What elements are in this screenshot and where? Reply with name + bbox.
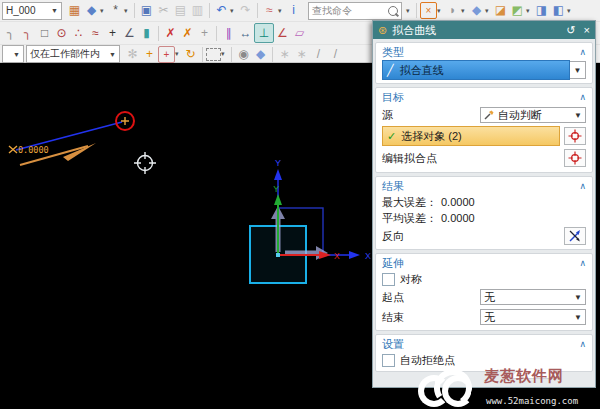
- redo-icon[interactable]: ↷: [237, 2, 254, 19]
- more-tools-icon[interactable]: *: [107, 2, 124, 19]
- move-object-icon[interactable]: ∗: [276, 46, 293, 63]
- collapse-chevron-icon[interactable]: ∧: [579, 92, 586, 102]
- undo-icon[interactable]: ↶: [213, 2, 230, 19]
- search-icon[interactable]: [388, 6, 398, 16]
- constraint-angle-icon[interactable]: ∠: [274, 25, 291, 42]
- source-dropdown[interactable]: 自动判断 ▼: [480, 107, 586, 123]
- undo-dropdown-arrow[interactable]: ▾: [230, 7, 237, 15]
- render-style-icon[interactable]: ◗: [444, 2, 461, 19]
- rectangle-tool-icon[interactable]: □: [36, 25, 53, 42]
- selection-filter-dropdown[interactable]: ▼: [2, 45, 24, 63]
- end-label: 结束: [382, 310, 404, 325]
- rapid-dimension-icon[interactable]: ↔: [237, 25, 254, 42]
- max-error-label: 最大误差：: [382, 195, 437, 210]
- extrude-icon[interactable]: ◨: [533, 2, 550, 19]
- sketch-curve-dropdown-arrow[interactable]: ▾: [278, 7, 285, 15]
- quick-trim-icon[interactable]: ✗: [162, 25, 179, 42]
- collapse-chevron-icon[interactable]: ∧: [579, 181, 586, 191]
- info-icon[interactable]: i: [285, 2, 302, 19]
- snap-settings-icon[interactable]: ✻: [124, 46, 141, 63]
- view-orient-cube-dropdown-arrow[interactable]: ▾: [485, 7, 492, 15]
- studio-spline-icon[interactable]: ≈: [87, 25, 104, 42]
- section-target-header[interactable]: 目标∧: [382, 89, 586, 105]
- geometric-constraints-icon[interactable]: ∥: [220, 25, 237, 42]
- select-object-point-button[interactable]: [564, 127, 586, 145]
- selection-scope-dropdown[interactable]: 仅在工作部件内▼: [26, 45, 120, 63]
- fit-view-dropdown-arrow[interactable]: ▾: [437, 7, 444, 15]
- fit-view-icon[interactable]: ×: [420, 2, 437, 19]
- sketch-curve-icon[interactable]: ≈: [261, 2, 278, 19]
- view-orient-cube-icon[interactable]: ◆: [468, 2, 485, 19]
- start-dropdown[interactable]: 无▼: [480, 289, 586, 305]
- watermark: 麦葱软件网 www.52maicong.com: [418, 367, 594, 409]
- section-settings-header[interactable]: 设置∧: [382, 336, 586, 352]
- render-style-dropdown-arrow[interactable]: ▾: [461, 7, 468, 15]
- avg-error-value: 0.0000: [441, 212, 475, 224]
- origin-marker[interactable]: [276, 253, 280, 257]
- section-type-header[interactable]: 类型∧: [382, 44, 586, 60]
- dialog-close-icon[interactable]: ×: [584, 24, 590, 36]
- dialog-menu-gear-icon[interactable]: ⊛: [378, 24, 387, 37]
- datum-cube-icon[interactable]: ◆: [83, 2, 100, 19]
- chamfer-icon[interactable]: ╮: [19, 25, 36, 42]
- paste-icon[interactable]: ▥: [189, 2, 206, 19]
- collapse-chevron-icon[interactable]: ∧: [579, 47, 586, 57]
- select-object-row[interactable]: ✓ 选择对象 (2): [382, 126, 560, 146]
- copy-icon[interactable]: ▤: [172, 2, 189, 19]
- snap-point-enable-icon[interactable]: +: [158, 46, 175, 63]
- sketch-icon[interactable]: ▦: [66, 2, 83, 19]
- make-corner-icon[interactable]: +: [196, 25, 213, 42]
- source-dropdown-arrow[interactable]: ▼: [574, 111, 582, 120]
- revolve-dropdown-arrow[interactable]: ▾: [567, 7, 574, 15]
- trim-recipe-icon[interactable]: ∠: [121, 25, 138, 42]
- dialog-titlebar[interactable]: ⊛ 拟合曲线 ↺ ×: [373, 21, 595, 39]
- source-label: 源: [382, 108, 393, 123]
- edit-fit-points-button[interactable]: [564, 149, 586, 167]
- save-icon[interactable]: ▣: [138, 2, 155, 19]
- section-result-header[interactable]: 结果∧: [382, 178, 586, 194]
- collapse-chevron-icon[interactable]: ∧: [579, 339, 586, 349]
- part-dropdown-arrow[interactable]: ▼: [47, 7, 58, 14]
- cut-icon[interactable]: ✂: [155, 2, 172, 19]
- revolve-icon[interactable]: ◧: [550, 2, 567, 19]
- point-tool-icon[interactable]: +: [104, 25, 121, 42]
- spline-points-icon[interactable]: ∴: [70, 25, 87, 42]
- type-dropdown[interactable]: ╱ 拟合直线: [382, 60, 570, 80]
- rotate-point-icon[interactable]: ↻: [182, 46, 199, 63]
- line-tool-b-icon[interactable]: /: [327, 46, 344, 63]
- work-layer-cube-icon[interactable]: ◆: [252, 46, 269, 63]
- scope-dropdown-arrow[interactable]: ▼: [105, 51, 116, 58]
- reverse-direction-button[interactable]: [564, 227, 586, 245]
- selection-rectangle-dropdown-arrow[interactable]: ▾: [221, 50, 228, 58]
- end-dropdown[interactable]: 无▼: [480, 309, 586, 325]
- symmetric-checkbox[interactable]: [382, 273, 395, 286]
- snap-point-icon[interactable]: +: [141, 46, 158, 63]
- offset-curve-icon[interactable]: ▮: [138, 25, 155, 42]
- selection-rectangle-icon[interactable]: [206, 48, 221, 61]
- type-dropdown-arrow[interactable]: ▼: [570, 61, 586, 79]
- datum-cube-dropdown-arrow[interactable]: ▾: [100, 7, 107, 15]
- plane-normal-icon[interactable]: ◩: [509, 2, 526, 19]
- dialog-reset-icon[interactable]: ↺: [566, 24, 575, 37]
- part-dropdown[interactable]: H_000▼: [2, 2, 62, 20]
- more-tools-dropdown-arrow[interactable]: ▾: [124, 7, 131, 15]
- auto-reject-checkbox[interactable]: [382, 354, 395, 367]
- collapse-chevron-icon[interactable]: ∧: [579, 258, 586, 268]
- search-input[interactable]: 查找命令: [308, 2, 402, 20]
- section-extension-header[interactable]: 延伸∧: [382, 255, 586, 271]
- snap-point-enable-dropdown-arrow[interactable]: ▾: [175, 50, 182, 58]
- fitted-line-group[interactable]: 0.0000: [9, 112, 134, 165]
- search-dropdown-arrow[interactable]: ▾: [406, 7, 413, 15]
- plane-normal-dropdown-arrow[interactable]: ▾: [526, 7, 533, 15]
- pattern-object-icon[interactable]: ∗: [293, 46, 310, 63]
- polygon-tool-icon[interactable]: ⊙: [53, 25, 70, 42]
- fillet-icon[interactable]: ╮: [2, 25, 19, 42]
- start-dropdown-arrow[interactable]: ▼: [574, 293, 582, 302]
- fit-curve-active-icon[interactable]: ⊥: [254, 23, 274, 43]
- end-dropdown-arrow[interactable]: ▼: [574, 313, 582, 322]
- datum-plane-icon[interactable]: ◪: [492, 2, 509, 19]
- constraint-parallelogram-icon[interactable]: ▱: [291, 25, 308, 42]
- show-hide-icon[interactable]: ◉: [235, 46, 252, 63]
- quick-extend-icon[interactable]: ✗: [179, 25, 196, 42]
- line-tool-a-icon[interactable]: /: [310, 46, 327, 63]
